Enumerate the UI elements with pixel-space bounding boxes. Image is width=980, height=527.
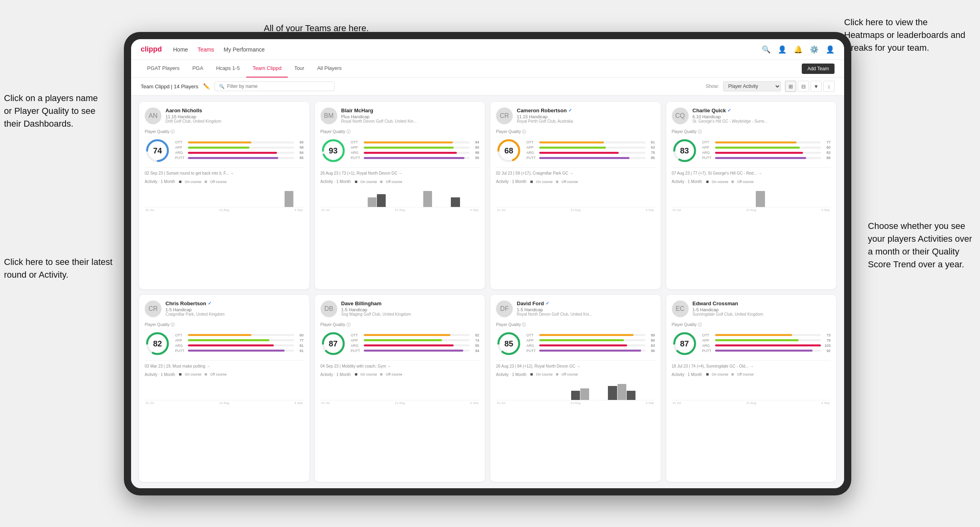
on-course-legend-dot [179,181,181,183]
latest-round[interactable]: 02 Jul 23 | 59 (+17), Craigmillar Park G… [496,167,655,175]
bell-icon[interactable]: 🔔 [794,45,803,54]
player-name[interactable]: David Ford ✓ [517,300,655,306]
player-name[interactable]: Edward Crossman [693,300,831,306]
off-course-legend-label: Off course [737,372,753,376]
quality-score: 87 [680,339,689,348]
chart-bars [321,185,480,207]
subnav-tour[interactable]: Tour [288,60,311,78]
filter-icon[interactable]: ▼ [811,81,822,92]
player-header: DB Dave Billingham 1-5 Handicap Sog Magi… [321,300,480,317]
latest-round[interactable]: 07 Aug 23 | 77 (+7), St George's Hill GC… [672,167,831,175]
bar-row-putt: PUTT 86 [702,156,831,160]
quality-circle[interactable]: 82 [145,331,170,356]
search-icon[interactable]: 🔍 [762,45,771,54]
show-select[interactable]: Player Activity Quality Score Trend [723,81,781,91]
off-course-legend-label: Off course [386,372,402,376]
quality-section[interactable]: 85 OTT 89 APP 80 ARG 83 PUTT 96 [496,331,655,356]
nav-performance[interactable]: My Performance [224,45,265,54]
quality-label: Player Quality ⓘ [672,129,831,135]
app-logo: clippd [141,45,162,54]
quality-circle[interactable]: 68 [496,138,522,163]
player-card[interactable]: AN Aaron Nicholls 11.15 Handicap Drift G… [139,102,309,289]
quality-section[interactable]: 87 OTT 73 APP 79 ARG 103 PUTT 92 [672,331,831,356]
subnav-team-clippd[interactable]: Team Clippd [246,60,288,78]
search-bar[interactable]: 🔍 [215,82,335,91]
search-input[interactable] [227,84,330,89]
chart-dates: 31 Jul21 Aug4 Sep [145,207,304,212]
quality-score: 83 [680,146,689,155]
chart-date: 21 Aug [571,401,581,405]
sort-icon[interactable]: ↕ [823,81,835,92]
add-team-button[interactable]: Add Team [802,64,835,74]
avatar-icon[interactable]: 👤 [826,45,835,54]
quality-circle[interactable]: 93 [321,138,346,163]
player-header: CR Chris Robertson ✓ 1-5 Handicap Craigm… [145,300,304,317]
subnav-all-players[interactable]: All Players [311,60,348,78]
profile-icon[interactable]: 👤 [778,45,787,54]
player-name[interactable]: Cameron Robertson ✓ [517,107,655,113]
quality-score: 87 [329,339,337,348]
player-card[interactable]: CQ Charlie Quick ✓ 6.10 Handicap St. Geo… [666,102,837,289]
player-card[interactable]: CR Cameron Robertson ✓ 11.15 Handicap Ro… [490,102,661,289]
on-course-legend-dot [530,373,533,376]
latest-round[interactable]: 02 Sep 23 | Sunset round to get back int… [145,167,304,175]
quality-section[interactable]: 93 OTT 84 APP 85 ARG 88 PUTT 95 [321,138,480,163]
chart-date: 31 Jul [673,208,681,212]
latest-round[interactable]: 26 Aug 23 | 84 (+12), Royal North Devon … [496,360,655,368]
latest-round[interactable]: 03 Mar 23 | 19, Must make putting → [145,360,304,368]
player-info: Aaron Nicholls 11.15 Handicap Drift Golf… [165,107,304,123]
chart-date: 31 Jul [673,401,681,405]
player-card[interactable]: CR Chris Robertson ✓ 1-5 Handicap Craigm… [139,295,309,482]
grid4-icon[interactable]: ⊞ [785,81,796,92]
latest-round[interactable]: 04 Sep 23 | Mobility with coach, Gym → [321,360,480,368]
bar-row-putt: PUTT 91 [175,349,304,353]
player-name[interactable]: Aaron Nicholls [165,107,304,113]
subnav-pgat[interactable]: PGAT Players [141,60,186,78]
nav-home[interactable]: Home [173,45,188,54]
player-club: Sunningdale Golf Club, United Kingdom [693,312,831,316]
bar-row-arg: ARG 84 [175,151,304,155]
quality-section[interactable]: 83 OTT 77 APP 80 ARG 83 PUTT 86 [672,138,831,163]
activity-title: Activity · 1 Month [321,372,351,377]
nav-teams[interactable]: Teams [197,45,214,54]
bar-row-arg: ARG 81 [175,344,304,348]
subnav-pga[interactable]: PGA [186,60,209,78]
player-card[interactable]: DF David Ford ✓ 1-5 Handicap Royal North… [490,295,661,482]
player-club: Craigmillar Park, United Kingdom [165,312,304,316]
quality-section[interactable]: 68 OTT 61 APP 63 ARG 75 PUTT 85 [496,138,655,163]
grid3-icon[interactable]: ⊟ [798,81,809,92]
quality-section[interactable]: 82 OTT 60 APP 77 ARG 81 PUTT 91 [145,331,304,356]
player-name[interactable]: Charlie Quick ✓ [693,107,831,113]
player-club: Royal North Devon Golf Club, United Kni.… [517,312,655,316]
chart-area [672,378,831,400]
quality-circle[interactable]: 74 [145,138,170,163]
settings-icon[interactable]: ⚙️ [810,45,819,54]
quality-circle[interactable]: 87 [321,331,346,356]
on-course-legend-label: On course [361,180,377,184]
bar-row-app: APP 63 [526,145,655,149]
player-card[interactable]: BM Blair McHarg Plus Handicap Royal Nort… [315,102,485,289]
quality-label: Player Quality ⓘ [321,129,480,135]
quality-section[interactable]: 87 OTT 82 APP 74 ARG 85 PUTT 94 [321,331,480,356]
latest-round-text: 18 Jul 23 | 74 (+4), Sunningdale GC - Ol… [672,364,831,368]
latest-round[interactable]: 26 Aug 23 | 73 (+1), Royal North Devon G… [321,167,480,175]
quality-score: 82 [153,339,162,348]
player-name[interactable]: Blair McHarg [341,107,480,113]
latest-round[interactable]: 18 Jul 23 | 74 (+4), Sunningdale GC - Ol… [672,360,831,368]
player-card[interactable]: DB Dave Billingham 1-5 Handicap Sog Magi… [315,295,485,482]
quality-circle[interactable]: 87 [672,331,697,356]
player-card[interactable]: EC Edward Crossman 1-5 Handicap Sunningd… [666,295,837,482]
quality-circle[interactable]: 85 [496,331,522,356]
quality-circle[interactable]: 83 [672,138,697,163]
player-grid: AN Aaron Nicholls 11.15 Handicap Drift G… [131,95,844,488]
edit-icon[interactable]: ✏️ [203,83,210,89]
player-name[interactable]: Dave Billingham [341,300,480,306]
quality-section[interactable]: 74 OTT 60 APP 58 ARG 84 PUTT 85 [145,138,304,163]
player-name[interactable]: Chris Robertson ✓ [165,300,304,306]
bar-row-arg: ARG 88 [351,151,480,155]
player-header: CQ Charlie Quick ✓ 6.10 Handicap St. Geo… [672,107,831,124]
chart-bars [672,185,831,207]
subnav-hcaps[interactable]: Hcaps 1-5 [210,60,246,78]
off-course-legend-dot [205,181,207,183]
bar-row-app: APP 77 [175,338,304,342]
